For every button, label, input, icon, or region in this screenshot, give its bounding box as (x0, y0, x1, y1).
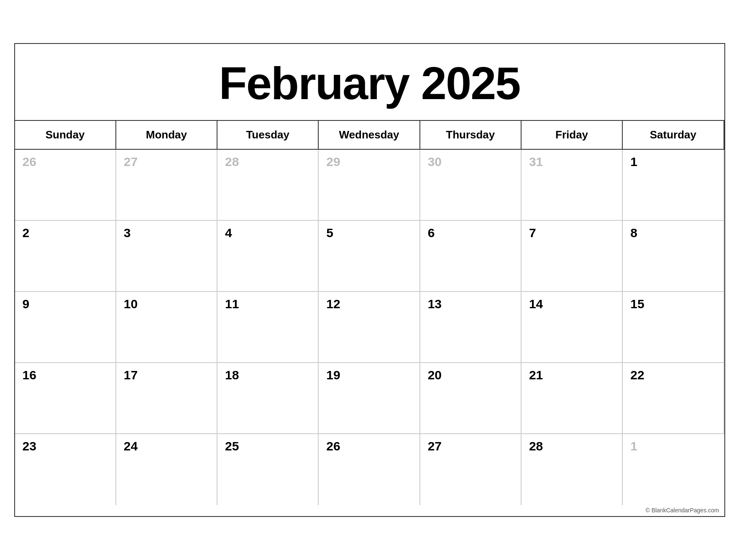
header-friday: Friday (522, 121, 623, 150)
header-wednesday: Wednesday (319, 121, 420, 150)
day-cell: 5 (319, 221, 420, 292)
day-cell: 26 (319, 434, 420, 505)
calendar-container: February 2025 Sunday Monday Tuesday Wedn… (14, 43, 725, 517)
day-cell: 13 (420, 292, 522, 363)
day-cell: 6 (420, 221, 522, 292)
day-cell: 25 (217, 434, 319, 505)
day-cell: 14 (522, 292, 623, 363)
day-cell: 26 (15, 150, 116, 221)
header-saturday: Saturday (623, 121, 724, 150)
day-cell: 1 (623, 150, 724, 221)
day-cell: 15 (623, 292, 724, 363)
day-cell: 3 (116, 221, 217, 292)
day-cell: 9 (15, 292, 116, 363)
day-cell: 27 (420, 434, 522, 505)
day-cell: 23 (15, 434, 116, 505)
day-cell: 22 (623, 363, 724, 434)
day-cell: 20 (420, 363, 522, 434)
day-cell: 10 (116, 292, 217, 363)
day-cell: 8 (623, 221, 724, 292)
day-cell: 17 (116, 363, 217, 434)
day-cell: 18 (217, 363, 319, 434)
day-cell: 28 (217, 150, 319, 221)
day-cell: 31 (522, 150, 623, 221)
day-cell: 4 (217, 221, 319, 292)
day-cell: 27 (116, 150, 217, 221)
day-cell: 1 (623, 434, 724, 505)
day-cell: 28 (522, 434, 623, 505)
watermark: © BlankCalendarPages.com (15, 505, 724, 516)
day-cell: 19 (319, 363, 420, 434)
header-tuesday: Tuesday (217, 121, 319, 150)
day-cell: 11 (217, 292, 319, 363)
day-cell: 2 (15, 221, 116, 292)
calendar-title: February 2025 (15, 44, 724, 121)
header-sunday: Sunday (15, 121, 116, 150)
day-cell: 16 (15, 363, 116, 434)
day-cell: 21 (522, 363, 623, 434)
day-cell: 12 (319, 292, 420, 363)
day-cell: 30 (420, 150, 522, 221)
day-cell: 24 (116, 434, 217, 505)
calendar-grid: Sunday Monday Tuesday Wednesday Thursday… (15, 121, 724, 505)
day-cell: 29 (319, 150, 420, 221)
header-thursday: Thursday (420, 121, 522, 150)
day-cell: 7 (522, 221, 623, 292)
header-monday: Monday (116, 121, 217, 150)
